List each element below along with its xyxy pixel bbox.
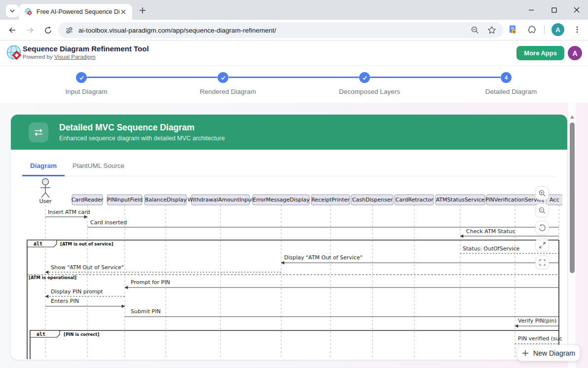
tab-diagram[interactable]: Diagram (22, 162, 65, 176)
url-text[interactable]: ai-toolbox.visual-paradigm.com/app/seque… (78, 27, 464, 34)
app-user-avatar[interactable]: A (568, 46, 582, 60)
participant-label: Acc (550, 197, 559, 203)
message-label: Submit PIN (131, 308, 161, 315)
message-label: Insert ATM card (48, 209, 90, 215)
plus-icon (522, 350, 529, 357)
stepper-connector (87, 77, 218, 78)
bookmark-button[interactable] (486, 25, 497, 36)
message-label: Display PIN prompt (51, 288, 103, 295)
step-2-label: Rendered Diagram (184, 88, 272, 95)
result-panel: Detailed MVC Sequence Diagram Enhanced s… (11, 115, 567, 360)
actor-label: User (39, 198, 52, 204)
step-1-circle[interactable] (76, 72, 87, 83)
powered-by: Powered by Visual Paradigm (23, 54, 149, 60)
zoom-page-button[interactable] (470, 25, 480, 36)
browser-toolbar: ai-toolbox.visual-paradigm.com/app/seque… (0, 20, 588, 41)
step-3-circle[interactable] (359, 72, 370, 83)
site-settings-icon[interactable] (65, 26, 74, 35)
expand-arrows-icon (539, 242, 546, 249)
panel-subtitle: Enhanced sequence diagram with detailed … (59, 135, 225, 142)
participant-label: CardRetractor (396, 197, 434, 203)
content-area: Detailed MVC Sequence Diagram Enhanced s… (0, 103, 588, 368)
participant-label: CashDispenser (352, 197, 393, 203)
vertical-scrollbar[interactable] (568, 103, 576, 368)
visual-paradigm-favicon (25, 8, 33, 16)
alt-fragment-pin-check: alt [PIN is correct] (30, 330, 559, 359)
message-label: Verify PIN(pin) (518, 318, 556, 324)
sequence-diagram-svg: User CardReader PINInputField BalanceDis… (22, 176, 562, 359)
step-2-circle[interactable] (218, 72, 228, 83)
participant-label: ATMStatusService (436, 197, 485, 203)
toolbar-divider (544, 25, 545, 34)
sequence-diagram-canvas[interactable]: User CardReader PINInputField BalanceDis… (22, 176, 562, 359)
message-label: PIN verified (succe (518, 335, 562, 342)
step-4-label: Detailed Diagram (467, 88, 555, 95)
message-label: Enters PIN (51, 298, 79, 304)
chevron-down-icon (9, 8, 15, 14)
zoom-out-button[interactable] (535, 204, 549, 217)
tab-close-icon[interactable] (119, 8, 127, 16)
diagram-zoom-toolbar (535, 186, 549, 269)
swap-arrows-icon (29, 123, 48, 142)
check-icon (362, 75, 368, 81)
browser-menu-button[interactable] (571, 24, 583, 36)
extensions-button[interactable] (525, 24, 537, 36)
powered-by-prefix: Powered by (23, 54, 53, 60)
tab-plantuml-source[interactable]: PlantUML Source (65, 162, 132, 176)
new-diagram-button[interactable]: New Diagram (517, 345, 580, 361)
participant-label: WithdrawalAmountInput (187, 197, 254, 203)
visual-paradigm-link[interactable]: Visual Paradigm (54, 54, 96, 60)
magnifier-minus-icon (471, 26, 479, 35)
fragment-operator: alt (34, 241, 42, 246)
back-button[interactable] (6, 24, 19, 37)
toolbar-right-icons: A (507, 23, 583, 36)
expand-button[interactable] (535, 238, 549, 252)
fullscreen-button[interactable] (535, 255, 549, 269)
step-4-circle[interactable]: 4 (501, 72, 512, 83)
fullscreen-brackets-icon (539, 259, 546, 266)
close-window-button[interactable] (565, 0, 588, 20)
step-3-label: Decomposed Layers (325, 88, 414, 95)
maximize-button[interactable] (543, 0, 565, 20)
check-icon (220, 75, 226, 81)
reload-icon (44, 26, 52, 35)
stepper-connector (370, 77, 501, 78)
message-label: Status: OutOfService (463, 245, 520, 252)
kebab-menu-icon (573, 26, 581, 34)
page-title: Sequence Diagram Refinement Tool (23, 44, 149, 53)
close-icon (574, 7, 580, 13)
messages (45, 217, 559, 344)
app-header: Sequence Diagram Refinement Tool Powered… (0, 41, 588, 66)
visual-paradigm-logo (6, 44, 24, 62)
message-label: Check ATM Status (466, 228, 515, 235)
tab-search-button[interactable] (6, 4, 19, 17)
new-diagram-label: New Diagram (533, 349, 575, 357)
message-label: Card inserted (90, 219, 127, 226)
reload-button[interactable] (41, 24, 54, 37)
page-download-button[interactable] (507, 24, 518, 36)
address-bar[interactable]: ai-toolbox.visual-paradigm.com/app/seque… (58, 22, 503, 38)
scrollbar-up-arrow[interactable] (570, 116, 574, 119)
more-apps-button[interactable]: More Apps (516, 46, 564, 60)
fragment-guard: [PIN is correct] (64, 332, 99, 337)
zoom-in-icon (538, 189, 546, 197)
actor-user (40, 179, 50, 198)
back-arrow-icon (8, 26, 17, 35)
reset-view-button[interactable] (535, 221, 549, 235)
minimize-button[interactable] (520, 0, 543, 20)
fragment-guard: [ATM is out of service] (60, 242, 113, 246)
participant-boxes: CardReader PINInputField BalanceDisplay … (72, 195, 562, 205)
browser-tab[interactable]: Free AI-Powered Sequence Diag (19, 4, 132, 20)
check-icon (79, 75, 84, 81)
participant-label: CardReader (72, 197, 104, 203)
maximize-icon (551, 7, 557, 13)
message-label: Show "ATM Out of Service" (51, 264, 124, 271)
scrollbar-thumb[interactable] (570, 123, 575, 273)
zoom-in-button[interactable] (535, 186, 549, 200)
participant-label: ErrorMessageDisplay (253, 197, 310, 203)
tab-title: Free AI-Powered Sequence Diag (37, 8, 119, 15)
new-tab-button[interactable] (138, 6, 147, 15)
browser-profile-avatar[interactable]: A (551, 23, 564, 36)
forward-button[interactable] (24, 24, 37, 37)
message-label: Display "ATM Out of Service" (284, 254, 363, 261)
